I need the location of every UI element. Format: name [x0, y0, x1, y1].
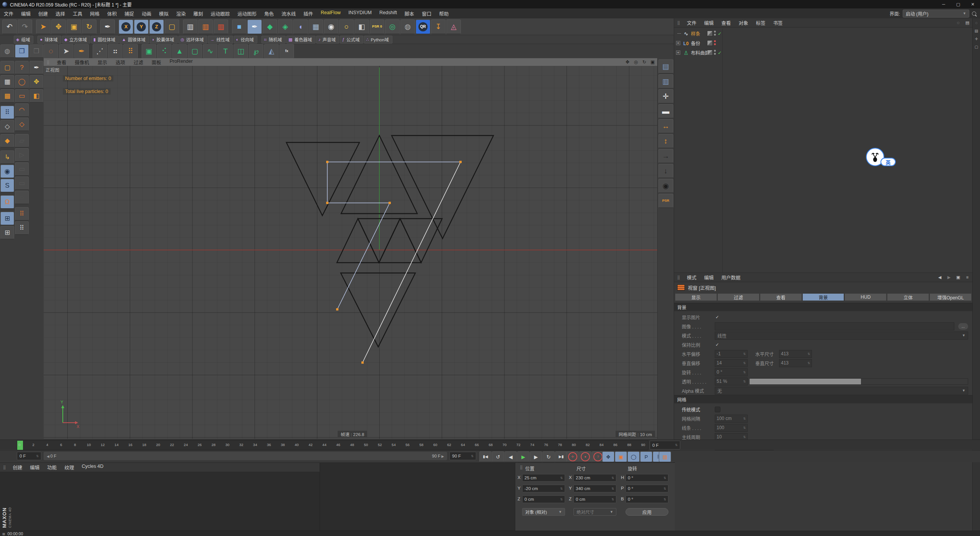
minimize-button[interactable]: ─: [936, 0, 951, 8]
am-forward-icon[interactable]: ▶: [946, 274, 952, 280]
file-field[interactable]: [715, 322, 954, 330]
menu-标签[interactable]: 标签: [752, 19, 769, 26]
menu-编辑[interactable]: 编辑: [17, 10, 34, 17]
visibility-dots[interactable]: [714, 40, 716, 45]
menu-面板[interactable]: 面板: [147, 59, 165, 66]
play-loop-icon[interactable]: ↻: [542, 451, 555, 462]
expand-icon[interactable]: +: [676, 51, 680, 55]
menu-编辑[interactable]: 编辑: [26, 464, 43, 471]
make-editable-icon[interactable]: ▢: [0, 61, 14, 74]
zoom-view-icon[interactable]: ◎: [633, 59, 639, 65]
field-公式域[interactable]: ƒ公式域: [340, 36, 363, 44]
next-frame-icon[interactable]: ▶: [530, 451, 542, 462]
psr-icon[interactable]: PSR 0: [370, 20, 384, 34]
dropdown[interactable]: 线性▼: [715, 332, 968, 340]
psr-link-icon[interactable]: PSR: [658, 194, 673, 208]
value-field[interactable]: 413⇅: [779, 359, 812, 367]
add-generator-icon[interactable]: ◆: [263, 20, 277, 34]
layer-chip[interactable]: [707, 40, 713, 46]
pos-y-field[interactable]: -20 cm⇅: [522, 485, 565, 492]
apply-button[interactable]: 应用: [626, 508, 668, 516]
workplane-rotate-icon[interactable]: ⊞: [0, 226, 14, 239]
spread-horizontal-icon[interactable]: ↔: [658, 119, 673, 133]
tab-立体[interactable]: 立体: [887, 293, 929, 301]
object-row-备份[interactable]: +L0备份: [674, 38, 973, 48]
field-立方体域[interactable]: ◆立方体域: [62, 36, 90, 44]
menu-工具[interactable]: 工具: [69, 10, 86, 17]
workplane-lock-icon[interactable]: ⊞: [0, 212, 14, 225]
add-cube-icon[interactable]: ■: [232, 20, 247, 34]
align-horizontal-icon[interactable]: ▥: [658, 74, 673, 88]
field-球体域[interactable]: ●球体域: [38, 36, 61, 44]
close-button[interactable]: ✕: [965, 0, 980, 8]
maximize-view-icon[interactable]: ▣: [650, 59, 656, 65]
frame-end-field[interactable]: 90 F⇅: [449, 452, 476, 460]
section-grid[interactable]: 网格: [674, 395, 973, 404]
ornament-spline-icon[interactable]: ℘: [249, 44, 263, 59]
am-settings-icon[interactable]: ≡: [964, 274, 970, 280]
rect-select-icon[interactable]: ▭: [15, 89, 29, 103]
menu-插件[interactable]: 插件: [300, 10, 317, 17]
range-scrubber[interactable]: ◀ 0 F 90 F ▶: [44, 452, 447, 460]
field-线性域[interactable]: →线性域: [208, 36, 233, 44]
menu-文件[interactable]: 文件: [0, 10, 17, 17]
menu-体积[interactable]: 体积: [103, 10, 121, 17]
field-着色器域[interactable]: ▩着色器域: [286, 36, 315, 44]
move-cross-icon[interactable]: ✥: [29, 75, 43, 88]
maximize-button[interactable]: ▢: [951, 0, 965, 8]
size-mode-select[interactable]: 绝对尺寸▼: [573, 508, 616, 516]
layout-icon[interactable]: ▤: [973, 28, 979, 34]
rot-p-field[interactable]: 0 °⇅: [626, 485, 668, 492]
menu-ProRender[interactable]: ProRender: [165, 59, 197, 66]
render-view-icon[interactable]: ▥: [183, 20, 198, 34]
autokey-icon[interactable]: ●: [579, 451, 591, 462]
disabled-op-1-icon[interactable]: ▱: [15, 134, 29, 147]
live-select-circle-icon[interactable]: ◯: [15, 75, 29, 88]
record-keyframe-icon[interactable]: ✛: [567, 451, 579, 462]
spinner-icon[interactable]: ⇅: [675, 443, 678, 447]
palette-orange-dots-icon[interactable]: ⠿: [15, 207, 29, 221]
points-circle-icon[interactable]: ⠶: [108, 44, 122, 59]
field-圆锥体域[interactable]: ▲圆锥体域: [119, 36, 149, 44]
tab-查看[interactable]: 查看: [760, 293, 802, 301]
transparency-slider[interactable]: [749, 378, 968, 385]
visibility-dots[interactable]: [714, 50, 716, 55]
rotate-view-icon[interactable]: ↻: [641, 59, 647, 65]
am-back-icon[interactable]: ◀: [937, 274, 943, 280]
points-grid-icon[interactable]: ⠿: [123, 44, 138, 59]
drag-handle-icon[interactable]: ⣿: [674, 275, 683, 279]
menu-编辑[interactable]: 编辑: [700, 274, 717, 281]
faded-cubes-icon[interactable]: ❒: [29, 44, 43, 58]
add-environment-icon[interactable]: ◧: [354, 20, 369, 34]
pos-x-field[interactable]: 25 cm⇅: [522, 474, 565, 482]
align-vertical-icon[interactable]: ▤: [658, 59, 673, 74]
object-row-布料曲面[interactable]: +♙布料曲面✓: [674, 48, 973, 57]
field-Python域[interactable]: ∴Python域: [364, 36, 392, 44]
size-z-field[interactable]: 0 cm⇅: [573, 495, 616, 503]
menu-Redshift[interactable]: Redshift: [376, 10, 401, 17]
spline-pen-icon[interactable]: ✒: [74, 44, 89, 59]
value-field[interactable]: 14⇅: [715, 359, 748, 367]
coord-mode-select[interactable]: 对象 (相对)▼: [522, 508, 565, 516]
add-spline-icon[interactable]: ✒: [247, 20, 262, 34]
keyframe-selection-icon[interactable]: ▤: [659, 451, 671, 462]
prev-frame-icon[interactable]: ◀: [505, 451, 517, 462]
field-圆柱体域[interactable]: ▮圆柱体域: [91, 36, 119, 44]
enable-check-icon[interactable]: ✓: [718, 50, 722, 56]
viewport-canvas[interactable]: 正视图 Number of emitters: 0 Total live par…: [44, 66, 657, 439]
plus-icon[interactable]: ✛: [973, 36, 979, 42]
active-cubes-icon[interactable]: ❒: [15, 44, 29, 58]
expand-icon[interactable]: +: [676, 41, 680, 45]
drag-handle-icon[interactable]: ⣿: [517, 465, 526, 469]
points-diagonal-icon[interactable]: ⋰: [93, 44, 107, 59]
move-icon[interactable]: ✥: [51, 20, 66, 34]
menu-网格[interactable]: 网格: [86, 10, 103, 17]
panel-icon[interactable]: ▢: [973, 44, 979, 50]
cone-blue-icon[interactable]: ◭: [264, 44, 279, 59]
downloader-icon[interactable]: ↧: [431, 20, 446, 34]
om-search-icon[interactable]: ◌: [955, 20, 961, 26]
poly-select-icon[interactable]: ◇: [15, 118, 29, 131]
menu-查看[interactable]: 查看: [52, 59, 70, 66]
menu-编辑[interactable]: 编辑: [700, 19, 717, 26]
add-field-obj-icon[interactable]: ◖: [293, 20, 308, 34]
